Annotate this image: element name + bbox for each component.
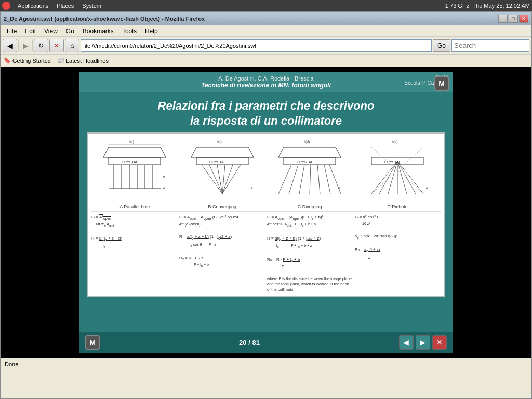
topbar-places[interactable]: Places [55,2,76,10]
bookmark-label-1: Getting Started [12,58,51,64]
firefox-window: 2_De Agostini.swf (application/x-shockwa… [0,11,532,399]
formula-c: G = Aopen · (Aopen)(F + le + b)² 4π cos²… [267,214,353,292]
diagram-b: CRYSTAL f(r) z B Convergin [179,137,266,209]
topbar-applications[interactable]: Applications [16,2,50,10]
window-controls: _ □ ✕ [498,15,528,23]
bookmark-getting-started[interactable]: 🔖 Getting Started [4,57,51,64]
topbar-right: 1.73 GHz Thu May 25, 12:02 AM [445,3,530,9]
m-button-bottom[interactable]: M [85,335,100,350]
slide-title-line1: Relazioni fra i parametri che descrivono [89,99,443,114]
formula-d: G = a² cos³θ 16 z² ap⁻¹(a(a + 2u⁻¹tan φ/… [355,214,441,292]
svg-line-32 [317,165,320,194]
slide-subtitle: Tecniche di rivelazione in MN: fotoni si… [121,82,411,89]
flash-slide: A. De Agostini, C.A. Rodella - Brescia T… [79,72,453,353]
svg-text:z: z [338,185,340,189]
svg-text:CRYSTAL: CRYSTAL [297,160,313,164]
address-input[interactable] [81,39,432,52]
menu-go[interactable]: Go [62,26,78,36]
svg-text:f(r): f(r) [129,140,134,144]
diagram-row: CRYSTAL f(r) [91,137,441,212]
label-d: D Pinhole [387,204,407,209]
svg-line-40 [379,161,397,194]
svg-line-44 [397,161,416,194]
svg-marker-27 [278,147,341,157]
slide-bottom-bar: M 20 / 81 ◀ ▶ ✕ [79,332,453,353]
menu-file[interactable]: File [3,26,21,36]
diagram-svg-b: CRYSTAL f(r) z [181,137,264,204]
menu-view[interactable]: View [40,26,62,36]
svg-marker-16 [191,147,254,157]
cpu-info: 1.73 GHz [445,3,469,9]
svg-text:z: z [426,185,428,189]
datetime: Thu May 25, 12:02 AM [472,3,530,9]
go-button[interactable]: Go [433,39,450,52]
label-a: A Parallel-hole [119,204,150,209]
firefox-menubar: File Edit View Go Bookmarks Tools Help [1,25,531,37]
desktop-topbar: Applications Places System 1.73 GHz Thu … [0,0,532,11]
slide-content-box: CRYSTAL f(r) [87,132,445,297]
maximize-button[interactable]: □ [509,15,518,23]
bookmark-icon-1: 🔖 [4,57,11,64]
diagram-svg-a: CRYSTAL f(r) [93,137,176,204]
svg-text:f(d): f(d) [392,140,398,144]
firefox-titlebar: 2_De Agostini.swf (application/x-shockwa… [1,12,531,25]
svg-marker-8 [103,147,166,157]
close-button[interactable]: ✕ [519,15,528,23]
svg-line-30 [299,165,304,194]
slide-page: 20 / 81 [239,339,260,347]
firefox-content: A. De Agostini, C.A. Rodella - Brescia T… [1,67,531,358]
svg-line-17 [202,165,222,194]
topbar-system[interactable]: System [80,2,103,10]
status-text: Done [5,361,18,367]
slide-title-line2: la risposta di un collimatore [89,114,443,129]
menu-tools[interactable]: Tools [118,26,141,36]
svg-text:z: z [251,185,253,189]
home-button[interactable]: ⌂ [65,39,79,52]
diagram-d: CRYSTAL f(d) [354,137,441,209]
stop-button[interactable]: ✕ [49,39,64,52]
bookmark-icon-2: 📰 [57,57,64,64]
menu-help[interactable]: Help [141,26,162,36]
minimize-button[interactable]: _ [498,15,508,23]
menu-bookmarks[interactable]: Bookmarks [78,26,118,36]
slide-close-button[interactable]: ✕ [432,335,447,350]
svg-line-21 [222,165,233,194]
search-input[interactable] [451,39,529,52]
svg-line-29 [289,165,298,194]
label-c: C Diverging [298,204,322,209]
svg-text:CRYSTAL: CRYSTAL [122,160,138,164]
svg-line-45 [397,161,423,194]
svg-text:f(r): f(r) [217,140,222,144]
slide-next-button[interactable]: ▶ [416,335,430,350]
svg-line-19 [217,165,222,194]
menu-edit[interactable]: Edit [21,26,40,36]
os-logo [2,2,10,10]
m-button-top[interactable]: M [434,76,449,91]
back-button[interactable]: ◀ [3,39,17,52]
reload-button[interactable]: ↻ [34,39,48,52]
formula-a: G = A²open 4π x²e Aunit R = a (le + z + … [91,214,177,292]
formula-row: G = A²open 4π x²e Aunit R = a (le + z + … [91,214,441,292]
forward-button[interactable]: ▶ [18,39,33,52]
diagram-a: CRYSTAL f(r) [91,137,178,209]
svg-line-31 [310,165,311,194]
svg-line-20 [222,165,225,194]
diagram-svg-d: CRYSTAL f(d) [356,137,439,204]
firefox-title: 2_De Agostini.swf (application/x-shockwa… [4,16,205,22]
svg-text:f(d): f(d) [304,140,310,144]
label-b: B Converging [208,204,236,209]
diagram-c: CRYSTAL f(d) z [267,137,353,209]
bookmark-latest-headlines[interactable]: 📰 Latest Headlines [57,57,109,64]
slide-author: A. De Agostini, C.A. Rodella - Brescia [121,75,411,82]
slide-prev-button[interactable]: ◀ [399,335,414,350]
svg-line-33 [324,165,330,194]
svg-text:z: z [163,185,165,189]
firefox-toolbar: ◀ ▶ ↻ ✕ ⌂ Go [1,37,531,55]
firefox-bookmarks: 🔖 Getting Started 📰 Latest Headlines [1,55,531,67]
svg-line-18 [209,165,222,194]
diagram-svg-c: CRYSTAL f(d) z [268,137,351,204]
svg-line-22 [222,165,241,194]
firefox-statusbar: Done [1,358,531,369]
svg-line-39 [371,161,397,194]
svg-line-28 [278,165,291,194]
